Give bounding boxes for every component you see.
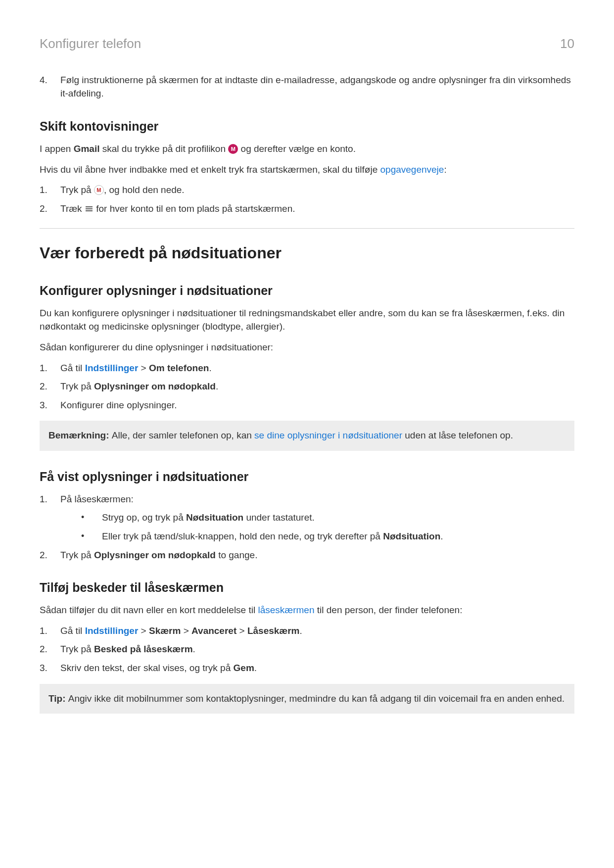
page-header: Konfigurer telefon 10 <box>40 35 574 53</box>
heading-view-emergency-info: Få vist oplysninger i nødsituationer <box>40 468 574 485</box>
drag-handle-icon <box>86 208 93 209</box>
list-number: 2. <box>40 380 54 393</box>
label-emergency: Nødsituation <box>383 531 440 541</box>
list-item: 1. Gå til Indstillinger > Skærm > Avance… <box>40 624 574 638</box>
nav-display: Skærm <box>149 626 181 636</box>
nav-advanced: Avanceret <box>191 626 236 636</box>
list-number: 2. <box>40 202 54 216</box>
list-number: 2. <box>40 642 54 656</box>
list-number: 1. <box>40 361 54 375</box>
divider <box>40 228 574 229</box>
profile-icon: M <box>228 144 238 154</box>
gmail-icon: M <box>94 185 104 195</box>
nav-lockscreen: Låseskærm <box>247 626 300 636</box>
note-box: Bemærkning: Alle, der samler telefonen o… <box>40 421 574 451</box>
list-item: 3. Konfigurer dine oplysninger. <box>40 398 574 412</box>
label-emergency-info: Oplysninger om nødopkald <box>94 550 216 560</box>
list-item: 1. Tryk på M, og hold den nede. <box>40 183 574 197</box>
list-item: 2. Tryk på Besked på låseskærm. <box>40 642 574 656</box>
tip-box: Tip: Angiv ikke dit mobilnummer som kont… <box>40 684 574 714</box>
heading-be-prepared-emergency: Vær forberedt på nødsituationer <box>40 241 574 264</box>
bullet-item: Eller tryk på tænd/sluk-knappen, hold de… <box>60 530 574 543</box>
prev-list-continuation: 4. Følg instruktionerne på skærmen for a… <box>40 73 574 100</box>
bullet-item: Stryg op, og tryk på Nødsituation under … <box>60 511 574 525</box>
list-item: 2. Tryk på Oplysninger om nødopkald. <box>40 380 574 393</box>
paragraph: Du kan konfigurere oplysninger i nødsitu… <box>40 306 574 334</box>
tip-label: Tip: <box>48 693 68 704</box>
list-number: 2. <box>40 548 54 562</box>
list-item: 4. Følg instruktionerne på skærmen for a… <box>40 73 574 100</box>
list-item: 2. Tryk på Oplysninger om nødopkald to g… <box>40 548 574 562</box>
list-text: Følg instruktionerne på skærmen for at i… <box>60 75 571 99</box>
ordered-list: 1. Gå til Indstillinger > Om telefonen. … <box>40 361 574 412</box>
link-lockscreen[interactable]: låseskærmen <box>258 605 314 615</box>
page-header-title: Konfigurer telefon <box>40 35 141 53</box>
label-emergency: Nødsituation <box>186 512 243 523</box>
paragraph: Hvis du vil åbne hver indbakke med et en… <box>40 163 574 177</box>
label-emergency-info: Oplysninger om nødopkald <box>94 381 216 391</box>
note-label: Bemærkning: <box>48 430 112 440</box>
paragraph: Sådan tilføjer du dit navn eller en kort… <box>40 603 574 617</box>
list-number: 3. <box>40 398 54 412</box>
list-number: 1. <box>40 624 54 638</box>
list-item: 1. Gå til Indstillinger > Om telefonen. <box>40 361 574 375</box>
ordered-list: 1. Tryk på M, og hold den nede. 2. Træk … <box>40 183 574 215</box>
label-save: Gem <box>234 663 254 673</box>
paragraph: Sådan konfigurerer du dine oplysninger i… <box>40 340 574 354</box>
link-settings[interactable]: Indstillinger <box>85 626 139 636</box>
list-item: 3. Skriv den tekst, der skal vises, og t… <box>40 661 574 675</box>
nav-about-phone: Om telefonen <box>149 363 209 373</box>
label-lockscreen-message: Besked på låseskærm <box>94 644 193 654</box>
app-name-gmail: Gmail <box>74 144 100 154</box>
list-number: 1. <box>40 183 54 197</box>
link-see-emergency-info[interactable]: se dine oplysninger i nødsituationer <box>254 430 402 440</box>
list-number: 1. <box>40 492 54 506</box>
link-shortcuts[interactable]: opgavegenveje <box>380 164 444 175</box>
paragraph: I appen Gmail skal du trykke på dit prof… <box>40 142 574 156</box>
page-number: 10 <box>560 35 574 53</box>
list-number: 4. <box>40 73 54 87</box>
bullet-list: Stryg op, og tryk på Nødsituation under … <box>60 511 574 543</box>
heading-configure-emergency-info: Konfigurer oplysninger i nødsituationer <box>40 282 574 299</box>
link-settings[interactable]: Indstillinger <box>85 363 139 373</box>
list-item: 1. På låseskærmen: Stryg op, og tryk på … <box>40 492 574 543</box>
heading-switch-account-views: Skift kontovisninger <box>40 117 574 135</box>
ordered-list: 1. På låseskærmen: Stryg op, og tryk på … <box>40 492 574 562</box>
ordered-list: 1. Gå til Indstillinger > Skærm > Avance… <box>40 624 574 675</box>
heading-add-lockscreen-messages: Tilføj beskeder til låseskærmen <box>40 579 574 596</box>
list-item: 2. Træk for hver konto til en tom plads … <box>40 202 574 216</box>
list-number: 3. <box>40 661 54 675</box>
